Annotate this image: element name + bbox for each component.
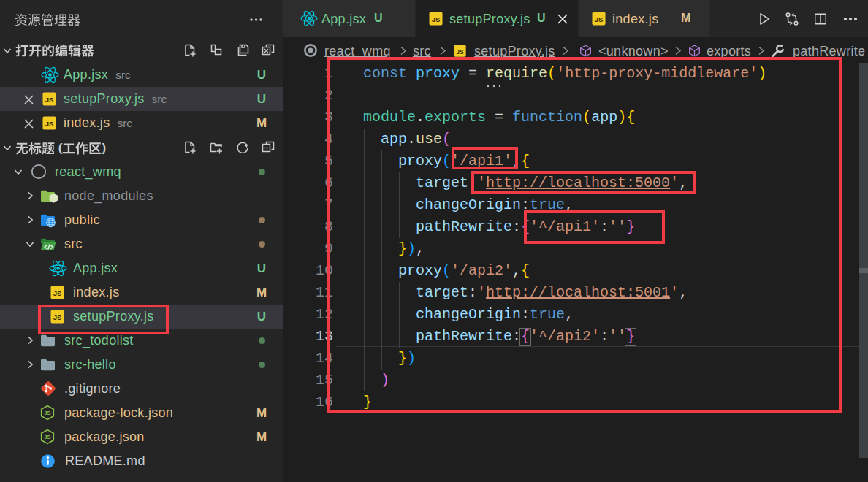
svg-text:JS: JS	[456, 48, 464, 56]
svg-text:JS: JS	[45, 96, 54, 104]
svg-text:JS: JS	[432, 15, 441, 23]
svg-text:JS: JS	[53, 289, 62, 297]
svg-text:JS: JS	[44, 434, 50, 440]
svg-text:JS: JS	[595, 15, 604, 23]
svg-text:JS: JS	[44, 410, 50, 416]
svg-text:JS: JS	[45, 120, 54, 128]
